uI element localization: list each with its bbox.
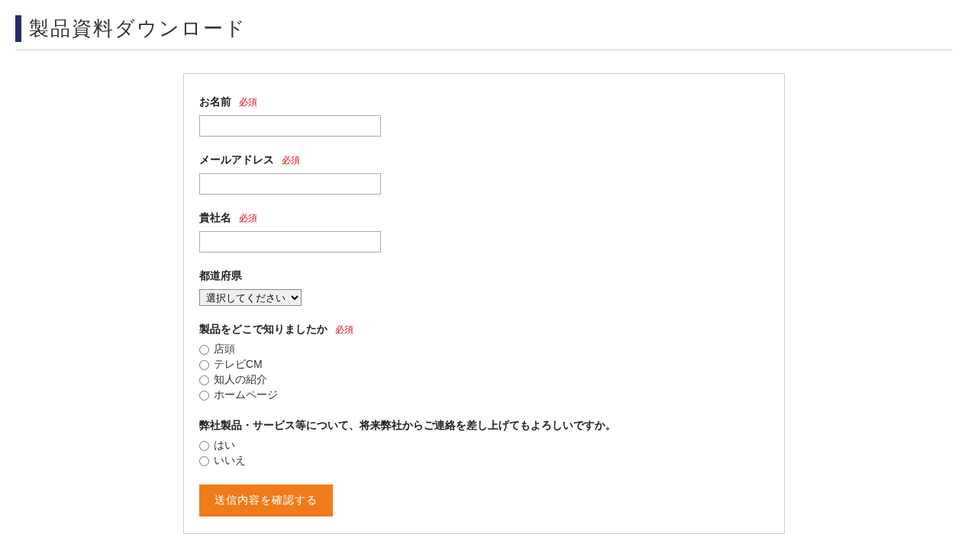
source-radio-homepage[interactable] bbox=[199, 391, 209, 401]
form-group-contact: 弊社製品・サービス等について、将来弊社からご連絡を差し上げてもよろしいですか。 … bbox=[199, 419, 769, 468]
contact-radio-label: いいえ bbox=[214, 454, 246, 468]
company-label: 貴社名 必須 bbox=[199, 211, 769, 225]
form-group-prefecture: 都道府県 選択してください bbox=[199, 269, 769, 306]
contact-radio-label: はい bbox=[214, 439, 235, 452]
contact-radio-item: いいえ bbox=[199, 454, 769, 468]
required-badge: 必須 bbox=[282, 155, 300, 166]
email-input[interactable] bbox=[199, 173, 381, 195]
form-container: お名前 必須 メールアドレス 必須 貴社名 必須 都道府県 選択してください 製… bbox=[183, 73, 785, 534]
prefecture-select[interactable]: 選択してください bbox=[199, 289, 302, 306]
source-radio-friend[interactable] bbox=[199, 375, 209, 385]
prefecture-label-text: 都道府県 bbox=[199, 269, 242, 282]
contact-label: 弊社製品・サービス等について、将来弊社からご連絡を差し上げてもよろしいですか。 bbox=[199, 419, 769, 433]
required-badge: 必須 bbox=[239, 97, 257, 108]
name-input[interactable] bbox=[199, 115, 381, 137]
contact-radio-yes[interactable] bbox=[199, 441, 209, 451]
required-badge: 必須 bbox=[335, 324, 353, 335]
name-label: お名前 必須 bbox=[199, 95, 769, 109]
source-label-text: 製品をどこで知りましたか bbox=[199, 323, 328, 335]
source-radio-label: 店頭 bbox=[214, 343, 235, 356]
company-input[interactable] bbox=[199, 231, 381, 253]
form-group-company: 貴社名 必須 bbox=[199, 211, 769, 253]
contact-radio-item: はい bbox=[199, 439, 769, 452]
source-radio-tv[interactable] bbox=[199, 360, 209, 370]
source-radio-label: ホームページ bbox=[214, 388, 278, 402]
submit-button[interactable]: 送信内容を確認する bbox=[199, 484, 333, 517]
contact-radio-no[interactable] bbox=[199, 456, 209, 466]
form-group-email: メールアドレス 必須 bbox=[199, 153, 769, 195]
source-radio-list: 店頭 テレビCM 知人の紹介 ホームページ bbox=[199, 343, 769, 402]
email-label-text: メールアドレス bbox=[199, 153, 274, 166]
source-radio-store[interactable] bbox=[199, 345, 209, 355]
email-label: メールアドレス 必須 bbox=[199, 153, 769, 167]
required-badge: 必須 bbox=[239, 213, 257, 224]
source-radio-label: 知人の紹介 bbox=[214, 373, 267, 387]
company-label-text: 貴社名 bbox=[199, 211, 231, 224]
contact-radio-list: はい いいえ bbox=[199, 439, 769, 468]
source-label: 製品をどこで知りましたか 必須 bbox=[199, 323, 769, 336]
source-radio-item: 知人の紹介 bbox=[199, 373, 769, 387]
page-header: 製品資料ダウンロード bbox=[15, 15, 953, 42]
contact-label-text: 弊社製品・サービス等について、将来弊社からご連絡を差し上げてもよろしいですか。 bbox=[199, 419, 616, 431]
name-label-text: お名前 bbox=[199, 95, 231, 108]
source-radio-item: 店頭 bbox=[199, 343, 769, 356]
page-title: 製品資料ダウンロード bbox=[29, 15, 953, 42]
source-radio-item: テレビCM bbox=[199, 358, 769, 372]
form-group-name: お名前 必須 bbox=[199, 95, 769, 137]
prefecture-label: 都道府県 bbox=[199, 269, 769, 283]
source-radio-label: テレビCM bbox=[214, 358, 263, 372]
header-divider bbox=[15, 50, 953, 50]
form-group-source: 製品をどこで知りましたか 必須 店頭 テレビCM 知人の紹介 ホームページ bbox=[199, 323, 769, 402]
source-radio-item: ホームページ bbox=[199, 388, 769, 402]
